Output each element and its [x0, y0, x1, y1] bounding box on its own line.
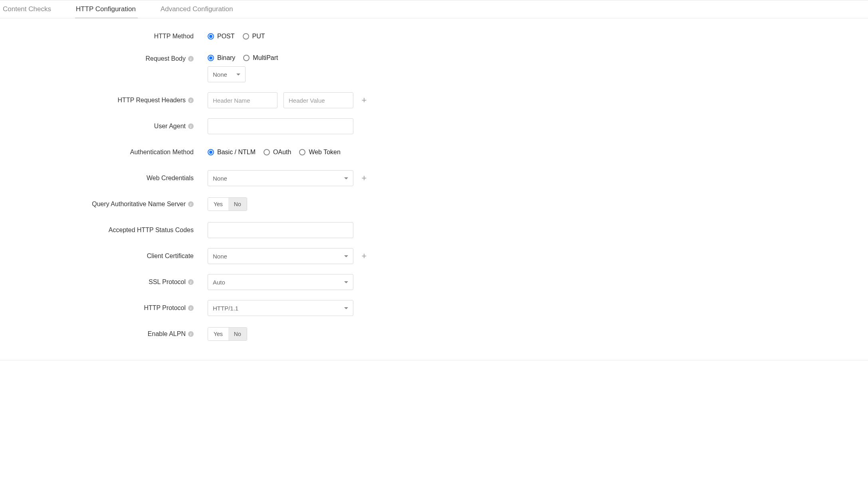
label-query-auth-ns: Query Authoritative Name Server i [0, 201, 208, 208]
toggle-no[interactable]: No [228, 328, 247, 340]
toggle-yes[interactable]: Yes [208, 328, 228, 340]
radio-icon [243, 55, 250, 61]
select-web-credentials[interactable]: None [208, 170, 353, 186]
info-icon[interactable]: i [188, 279, 194, 285]
radio-put[interactable]: PUT [243, 33, 265, 40]
input-user-agent[interactable] [208, 118, 353, 134]
radio-post[interactable]: POST [208, 33, 235, 40]
row-web-credentials: Web Credentials None + [0, 170, 868, 186]
label-web-credentials: Web Credentials [0, 175, 208, 182]
row-http-request-headers: HTTP Request Headers i + [0, 92, 868, 108]
tab-bar: Content Checks HTTP Configuration Advanc… [0, 0, 868, 18]
label-accepted-status: Accepted HTTP Status Codes [0, 227, 208, 234]
add-client-cert-button[interactable]: + [359, 252, 369, 260]
label-request-body: Request Body i [0, 54, 208, 62]
select-value: Auto [213, 279, 225, 286]
chevron-down-icon [236, 74, 240, 76]
radio-icon [264, 149, 270, 155]
select-client-cert[interactable]: None [208, 248, 353, 264]
add-credentials-button[interactable]: + [359, 174, 369, 183]
chevron-down-icon [344, 307, 348, 309]
toggle-query-auth-ns: Yes No [208, 197, 247, 211]
label-enable-alpn: Enable ALPN i [0, 330, 208, 338]
radio-web-token[interactable]: Web Token [299, 149, 340, 156]
info-icon[interactable]: i [188, 97, 194, 103]
label-http-method: HTTP Method [0, 33, 208, 40]
radio-group-auth-method: Basic / NTLM OAuth Web Token [208, 149, 341, 156]
radio-icon [299, 149, 305, 155]
row-enable-alpn: Enable ALPN i Yes No [0, 326, 868, 342]
row-ssl-protocol: SSL Protocol i Auto [0, 274, 868, 290]
select-ssl-protocol[interactable]: Auto [208, 274, 353, 290]
radio-group-http-method: POST PUT [208, 33, 265, 40]
label-http-protocol: HTTP Protocol i [0, 304, 208, 312]
row-request-body: Request Body i Binary MultiPart None [0, 54, 868, 82]
chevron-down-icon [344, 255, 348, 257]
tab-advanced-configuration[interactable]: Advanced Configuration [160, 0, 245, 18]
label-ssl-protocol: SSL Protocol i [0, 278, 208, 286]
label-user-agent: User Agent i [0, 123, 208, 130]
radio-icon [208, 149, 214, 155]
radio-icon [208, 55, 214, 61]
chevron-down-icon [344, 281, 348, 283]
row-auth-method: Authentication Method Basic / NTLM OAuth… [0, 144, 868, 160]
select-value: None [213, 175, 227, 182]
label-auth-method: Authentication Method [0, 149, 208, 156]
row-query-auth-ns: Query Authoritative Name Server i Yes No [0, 196, 868, 212]
select-body-type[interactable]: None [208, 66, 246, 82]
row-user-agent: User Agent i [0, 118, 868, 134]
radio-basic-ntlm[interactable]: Basic / NTLM [208, 149, 256, 156]
row-accepted-status: Accepted HTTP Status Codes [0, 222, 868, 238]
chevron-down-icon [344, 177, 348, 179]
select-value: None [213, 71, 227, 78]
radio-binary[interactable]: Binary [208, 54, 235, 62]
row-http-method: HTTP Method POST PUT [0, 28, 868, 44]
radio-icon [243, 33, 249, 40]
radio-group-request-body: Binary MultiPart [208, 54, 278, 62]
tab-http-configuration[interactable]: HTTP Configuration [75, 0, 148, 18]
row-client-cert: Client Certificate None + [0, 248, 868, 264]
http-config-panel: Content Checks HTTP Configuration Advanc… [0, 0, 868, 360]
radio-multipart[interactable]: MultiPart [243, 54, 278, 62]
toggle-yes[interactable]: Yes [208, 198, 228, 211]
radio-oauth[interactable]: OAuth [264, 149, 291, 156]
toggle-enable-alpn: Yes No [208, 327, 247, 341]
radio-icon [208, 33, 214, 40]
tab-content-checks[interactable]: Content Checks [2, 0, 63, 18]
info-icon[interactable]: i [188, 56, 194, 62]
select-value: None [213, 253, 227, 260]
select-value: HTTP/1.1 [213, 305, 238, 312]
form-area: HTTP Method POST PUT Request Body [0, 18, 868, 342]
toggle-no[interactable]: No [228, 198, 247, 211]
input-header-name[interactable] [208, 92, 277, 108]
input-header-value[interactable] [283, 92, 353, 108]
info-icon[interactable]: i [188, 123, 194, 129]
info-icon[interactable]: i [188, 201, 194, 207]
row-http-protocol: HTTP Protocol i HTTP/1.1 [0, 300, 868, 316]
info-icon[interactable]: i [188, 305, 194, 311]
label-http-request-headers: HTTP Request Headers i [0, 97, 208, 104]
add-header-button[interactable]: + [359, 96, 369, 105]
input-accepted-status[interactable] [208, 222, 353, 238]
select-http-protocol[interactable]: HTTP/1.1 [208, 300, 353, 316]
info-icon[interactable]: i [188, 331, 194, 337]
label-client-cert: Client Certificate [0, 252, 208, 260]
